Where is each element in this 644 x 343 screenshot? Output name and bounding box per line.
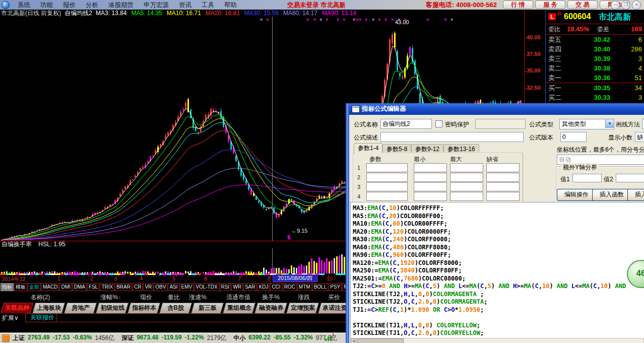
titlebar-button-服务[interactable]: 服 务: [535, 1, 565, 9]
indicator-tab-BRAR[interactable]: BRAR: [115, 283, 132, 291]
param-input[interactable]: [414, 192, 447, 201]
menu-item-资讯[interactable]: 资讯: [174, 1, 197, 10]
board-tab-上海板块[interactable]: 上海板块: [32, 303, 65, 313]
param-input[interactable]: [450, 182, 483, 191]
param-input[interactable]: [366, 182, 408, 191]
column-header-流通市值[interactable]: 流通市值: [207, 292, 250, 302]
indicator-tab-指标[interactable]: 指标: [1, 283, 14, 291]
indicator-tab-ASI[interactable]: ASI: [168, 283, 179, 291]
menu-item-系统[interactable]: 系统: [13, 1, 35, 10]
scroll-left-arrow-icon[interactable]: ◄: [351, 338, 357, 343]
param-input[interactable]: [450, 192, 483, 201]
formula-type-select[interactable]: 其他类型 ▼: [559, 119, 614, 129]
indicator-tab-FSL[interactable]: FSL: [87, 283, 99, 291]
window-button-minimize[interactable]: —: [611, 1, 620, 10]
quote-row[interactable]: 卖三30.393: [546, 54, 644, 63]
column-header-现价[interactable]: 现价: [121, 292, 152, 302]
indicator-tab-DMA[interactable]: DMA: [73, 283, 87, 291]
param-input[interactable]: [450, 173, 483, 182]
market-monitor-icon[interactable]: !: [325, 334, 333, 341]
indicator-tab-PSY[interactable]: PSY: [329, 283, 342, 291]
column-header-买价[interactable]: 买价: [310, 292, 340, 302]
indicator-tab-RSI[interactable]: RSI: [220, 283, 231, 291]
value1-input[interactable]: [572, 174, 602, 182]
param-input[interactable]: [366, 173, 408, 182]
param-input[interactable]: [486, 173, 520, 182]
quote-row[interactable]: 卖二30.384: [546, 63, 644, 73]
menu-item-申万宏源[interactable]: 申万宏源: [139, 1, 174, 10]
password-input[interactable]: [475, 119, 526, 129]
indicator-tab-DMI[interactable]: DMI: [59, 283, 72, 291]
board-tab-定增预案[interactable]: 定增预案: [286, 303, 319, 313]
param-input[interactable]: [414, 182, 447, 191]
param-input[interactable]: [486, 192, 520, 201]
column-header-涨幅%[interactable]: 涨幅%↓: [81, 292, 121, 302]
indicator-tab-WR[interactable]: WR: [231, 283, 243, 291]
scrollbar-thumb[interactable]: [357, 338, 404, 343]
status-app-icon[interactable]: [2, 334, 10, 342]
window-button-restore[interactable]: ❐: [621, 1, 630, 10]
indicator-tab-TRIX[interactable]: TRIX: [100, 283, 114, 291]
formula-name-input[interactable]: 自编均线2: [380, 119, 432, 129]
board-tab-重组概念[interactable]: 重组概念: [223, 303, 255, 313]
column-header-量比[interactable]: 量比: [152, 292, 180, 302]
param-input[interactable]: [486, 182, 520, 191]
menu-item-港股期货[interactable]: 港股期货: [103, 1, 139, 10]
indicator-tab-VOL-TDX[interactable]: VOL-TDX: [194, 283, 219, 291]
column-header-涨跌[interactable]: 涨跌: [280, 292, 310, 302]
column-header-名称(2)[interactable]: 名称(2): [0, 292, 81, 302]
menu-item-分析[interactable]: 分析: [81, 1, 103, 10]
menu-item-报价[interactable]: 报价: [58, 1, 81, 10]
column-header-换手%[interactable]: 换手%: [250, 292, 280, 302]
indicator-tab-CR[interactable]: CR: [133, 283, 143, 291]
indicator-tab-EMV[interactable]: EMV: [180, 283, 194, 291]
param-input[interactable]: [414, 163, 447, 172]
param-input[interactable]: [414, 173, 447, 182]
formula-code-editor[interactable]: MA3:EMA(C,10)COLORFFFFFF;MA5:EMA(C,20)CO…: [350, 202, 644, 340]
menu-item-帮助[interactable]: 帮助: [219, 1, 242, 10]
indicator-tab-OBV[interactable]: OBV: [154, 283, 167, 291]
dialog-button-插入函数[interactable]: 插入函数: [592, 189, 631, 201]
indicator-tab-全部[interactable]: 全部: [28, 283, 41, 291]
indicator-tab-模板[interactable]: 模板: [14, 283, 27, 291]
board-tab-关联品种[interactable]: 关联品种: [1, 303, 33, 313]
indicator-tab-SAR[interactable]: SAR: [243, 283, 257, 291]
column-header-涨速%[interactable]: 涨速%: [180, 292, 207, 302]
indicator-tab-BOLL[interactable]: BOLL: [312, 283, 329, 291]
param-input[interactable]: [450, 163, 483, 172]
param-input[interactable]: [366, 163, 408, 172]
window-button-close[interactable]: ×: [632, 1, 641, 10]
menu-item-功能[interactable]: 功能: [35, 1, 58, 10]
formula-version-input[interactable]: 0: [560, 132, 587, 142]
formula-desc-input[interactable]: [380, 132, 524, 142]
linked-quote-tab[interactable]: 关联报价: [28, 314, 57, 321]
decimals-select[interactable]: 缺: [635, 132, 644, 142]
dialog-titlebar[interactable]: 指标公式编辑器: [349, 103, 644, 115]
chevron-down-icon[interactable]: ▼: [605, 119, 614, 128]
dialog-button-插入资料[interactable]: 插入资料: [627, 189, 644, 201]
quote-row[interactable]: 卖五30.426: [546, 35, 644, 44]
password-protect-checkbox[interactable]: [435, 120, 442, 127]
indicator-tab-MTM[interactable]: MTM: [297, 283, 312, 291]
quote-head[interactable]: L R 600604 市北高新: [546, 10, 644, 24]
quote-row[interactable]: 卖一30.3651: [546, 73, 644, 83]
dialog-button-编辑操作[interactable]: 编辑操作: [557, 189, 596, 201]
board-tab-初级短线[interactable]: 初级短线: [96, 303, 128, 313]
turnover-chart[interactable]: [0, 248, 350, 273]
board-tab-融资融券[interactable]: 融资融券: [254, 303, 287, 313]
param-input[interactable]: [366, 192, 408, 201]
board-tab-含B股[interactable]: 含B股: [159, 303, 192, 313]
quote-row[interactable]: 买一30.3534: [546, 83, 644, 93]
param-input[interactable]: [486, 163, 520, 172]
quote-row[interactable]: 买二30.333: [546, 93, 644, 102]
indicator-tab-ROC[interactable]: ROC: [283, 283, 297, 291]
indicator-tab-VR[interactable]: VR: [143, 283, 153, 291]
param-tab-参数1-4[interactable]: 参数1-4: [354, 143, 382, 154]
board-tab-指标样本[interactable]: 指标样本: [127, 303, 160, 313]
titlebar-button-行情[interactable]: 行 情: [503, 1, 533, 9]
draw-method-select[interactable]: 主: [642, 119, 644, 129]
code-horizontal-scrollbar[interactable]: ◄: [350, 338, 644, 343]
expand-toggle[interactable]: 扩展∨: [2, 314, 19, 322]
indicator-tab-KDJ[interactable]: KDJ: [257, 283, 270, 291]
indicator-tab-MACD[interactable]: MACD: [41, 283, 59, 291]
